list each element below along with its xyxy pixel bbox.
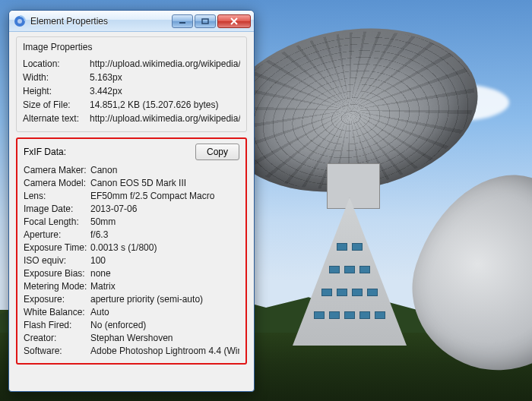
label: Location: [23, 58, 90, 69]
value: none [90, 268, 239, 279]
exif-row-aperture: Aperture:f/6.3 [24, 228, 239, 241]
background-dish-hub [327, 163, 380, 209]
value: 2013-07-06 [90, 204, 239, 214]
exif-row-software: Software:Adobe Photoshop Lightroom 4.4 (… [24, 344, 239, 357]
value: 3.442px [90, 86, 240, 96]
exif-section-title: FxIF Data: [24, 147, 66, 157]
close-icon [230, 17, 239, 25]
label: ISO equiv: [24, 255, 90, 266]
value: Matrix [90, 281, 239, 292]
image-properties-group: Image Properties Location: http://upload… [16, 36, 247, 132]
copy-button[interactable]: Copy [195, 144, 239, 160]
prop-row-width: Width: 5.163px [23, 71, 240, 84]
label: Focal Length: [24, 216, 90, 227]
dialog-client: Image Properties Location: http://upload… [9, 32, 254, 391]
titlebar[interactable]: Element Properties [9, 11, 254, 32]
exif-row-focal: Focal Length:50mm [24, 215, 239, 228]
exif-row-iso: ISO equiv:100 [24, 254, 239, 267]
exif-row-creator: Creator:Stephan Wershoven [24, 331, 239, 344]
value: 0.0013 s (1/800) [90, 242, 239, 253]
value: http://upload.wikimedia.org/wikipedia/co [90, 113, 240, 124]
element-properties-dialog: Element Properties Image Properties Loca… [8, 10, 255, 392]
label: Height: [23, 86, 90, 96]
label: Image Date: [24, 204, 90, 214]
maximize-icon [201, 18, 209, 24]
exif-row-bias: Exposure Bias:none [24, 267, 239, 279]
value: http://upload.wikimedia.org/wikipedia/co [90, 58, 240, 69]
value: f/6.3 [90, 229, 239, 240]
label: Camera Model: [24, 178, 90, 188]
prop-row-height: Height: 3.442px [23, 84, 240, 98]
label: Alternate text: [23, 113, 90, 124]
value: 5.163px [90, 72, 240, 83]
label: Exposure: [24, 294, 90, 305]
exif-data-group: FxIF Data: Copy Camera Maker:Canon Camer… [16, 137, 247, 365]
window-title: Element Properties [30, 16, 166, 27]
label: Exposure Bias: [24, 268, 90, 279]
label: Metering Mode: [24, 281, 90, 292]
value: Stephan Wershoven [90, 333, 239, 343]
minimize-icon [179, 18, 186, 24]
exif-row-maker: Camera Maker:Canon [24, 163, 239, 176]
label: Width: [23, 72, 90, 83]
label: Flash Fired: [24, 320, 90, 330]
value: Canon EOS 5D Mark III [90, 178, 239, 188]
prop-row-alt: Alternate text: http://upload.wikimedia.… [23, 112, 240, 125]
value: EF50mm f/2.5 Compact Macro [90, 191, 239, 201]
minimize-button[interactable] [172, 14, 193, 28]
exif-row-flash: Flash Fired:No (enforced) [24, 318, 239, 331]
value: Adobe Photoshop Lightroom 4.4 (Windo [90, 346, 239, 356]
exif-row-model: Camera Model:Canon EOS 5D Mark III [24, 176, 239, 189]
exif-row-exposure-time: Exposure Time:0.0013 s (1/800) [24, 241, 239, 254]
exif-row-exposure: Exposure:aperture priority (semi-auto) [24, 292, 239, 305]
value: 100 [90, 255, 239, 266]
exif-row-date: Image Date:2013-07-06 [24, 202, 239, 215]
prop-row-size: Size of File: 14.851,2 KB (15.207.626 by… [23, 98, 240, 112]
svg-rect-3 [202, 19, 208, 24]
label: Aperture: [24, 229, 90, 240]
svg-point-1 [17, 19, 22, 24]
value: 14.851,2 KB (15.207.626 bytes) [90, 99, 240, 110]
image-properties-title: Image Properties [23, 42, 240, 52]
value: 50mm [90, 216, 239, 227]
label: Exposure Time: [24, 242, 90, 253]
exif-row-wb: White Balance:Auto [24, 305, 239, 318]
exif-row-metering: Metering Mode:Matrix [24, 279, 239, 292]
label: Creator: [24, 333, 90, 343]
exif-row-lens: Lens:EF50mm f/2.5 Compact Macro [24, 189, 239, 202]
label: White Balance: [24, 307, 90, 317]
label: Size of File: [23, 99, 90, 110]
label: Lens: [24, 191, 90, 201]
prop-row-location: Location: http://upload.wikimedia.org/wi… [23, 57, 240, 71]
app-icon [14, 15, 26, 27]
close-button[interactable] [217, 14, 251, 28]
maximize-button[interactable] [195, 14, 216, 28]
value: No (enforced) [90, 320, 239, 330]
label: Software: [24, 346, 90, 356]
value: Canon [90, 165, 239, 175]
value: aperture priority (semi-auto) [90, 294, 239, 305]
value: Auto [90, 307, 239, 317]
svg-rect-2 [179, 22, 185, 24]
label: Camera Maker: [24, 165, 90, 175]
